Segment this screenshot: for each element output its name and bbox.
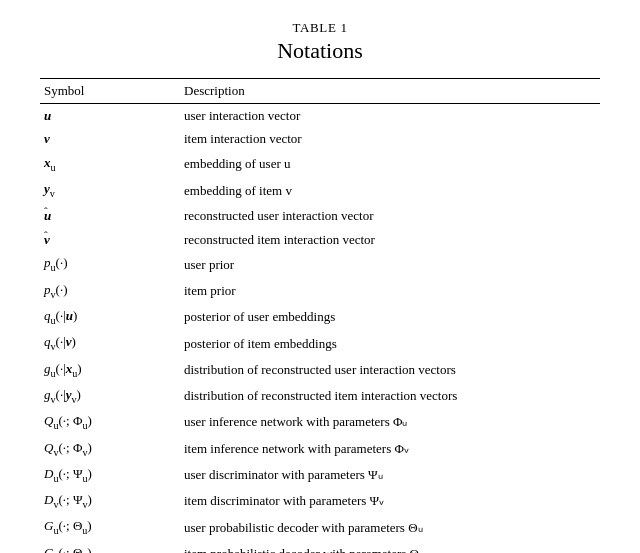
description-cell: item prior — [180, 278, 600, 304]
description-cell: reconstructed user interaction vector — [180, 204, 600, 228]
table-row: ˆureconstructed user interaction vector — [40, 204, 600, 228]
description-cell: posterior of user embeddings — [180, 305, 600, 331]
table-row: yvembedding of item v — [40, 178, 600, 204]
table-row: pu(·)user prior — [40, 252, 600, 278]
symbol-cell: xu — [40, 152, 180, 178]
description-cell: user inference network with parameters Φ… — [180, 410, 600, 436]
table-row: qv(·|v)posterior of item embeddings — [40, 331, 600, 357]
table-row: Gv(·; Θv)item probabilistic decoder with… — [40, 541, 600, 553]
table-row: Dv(·; Ψv)item discriminator with paramet… — [40, 489, 600, 515]
description-cell: user discriminator with parameters Ψᵤ — [180, 462, 600, 488]
table-row: pv(·)item prior — [40, 278, 600, 304]
table-label: TABLE 1 — [292, 20, 347, 36]
symbol-cell: pu(·) — [40, 252, 180, 278]
description-cell: embedding of user u — [180, 152, 600, 178]
symbol-cell: gu(·|xu) — [40, 357, 180, 383]
symbol-cell: Qu(·; Φu) — [40, 410, 180, 436]
table-row: Qu(·; Φu)user inference network with par… — [40, 410, 600, 436]
description-cell: posterior of item embeddings — [180, 331, 600, 357]
symbol-cell: Gv(·; Θv) — [40, 541, 180, 553]
table-header-row: Symbol Description — [40, 79, 600, 104]
description-cell: item interaction vector — [180, 128, 600, 152]
symbol-cell: ˆv — [40, 228, 180, 252]
table-row: ˆvreconstructed item interaction vector — [40, 228, 600, 252]
column-header-symbol: Symbol — [40, 79, 180, 104]
symbol-cell: qv(·|v) — [40, 331, 180, 357]
symbol-cell: qu(·|u) — [40, 305, 180, 331]
description-cell: distribution of reconstructed item inter… — [180, 383, 600, 409]
symbol-cell: Qv(·; Φv) — [40, 436, 180, 462]
table-row: gu(·|xu)distribution of reconstructed us… — [40, 357, 600, 383]
table-row: uuser interaction vector — [40, 104, 600, 128]
symbol-cell: Du(·; Ψu) — [40, 462, 180, 488]
symbol-cell: gv(·|yv) — [40, 383, 180, 409]
description-cell: reconstructed item interaction vector — [180, 228, 600, 252]
notation-table: Symbol Description uuser interaction vec… — [40, 78, 600, 553]
table-row: Qv(·; Φv)item inference network with par… — [40, 436, 600, 462]
table-row: gv(·|yv)distribution of reconstructed it… — [40, 383, 600, 409]
description-cell: item inference network with parameters Φ… — [180, 436, 600, 462]
symbol-cell: u — [40, 104, 180, 128]
description-cell: item probabilistic decoder with paramete… — [180, 541, 600, 553]
table-row: qu(·|u)posterior of user embeddings — [40, 305, 600, 331]
symbol-cell: v — [40, 128, 180, 152]
description-cell: user probabilistic decoder with paramete… — [180, 515, 600, 541]
symbol-cell: Gu(·; Θu) — [40, 515, 180, 541]
symbol-cell: yv — [40, 178, 180, 204]
description-cell: item discriminator with parameters Ψᵥ — [180, 489, 600, 515]
description-cell: user interaction vector — [180, 104, 600, 128]
description-cell: distribution of reconstructed user inter… — [180, 357, 600, 383]
symbol-cell: Dv(·; Ψv) — [40, 489, 180, 515]
table-row: Du(·; Ψu)user discriminator with paramet… — [40, 462, 600, 488]
description-cell: user prior — [180, 252, 600, 278]
table-row: vitem interaction vector — [40, 128, 600, 152]
symbol-cell: pv(·) — [40, 278, 180, 304]
table-row: Gu(·; Θu)user probabilistic decoder with… — [40, 515, 600, 541]
description-cell: embedding of item v — [180, 178, 600, 204]
symbol-cell: ˆu — [40, 204, 180, 228]
table-title: Notations — [277, 38, 363, 64]
table-row: xuembedding of user u — [40, 152, 600, 178]
column-header-description: Description — [180, 79, 600, 104]
